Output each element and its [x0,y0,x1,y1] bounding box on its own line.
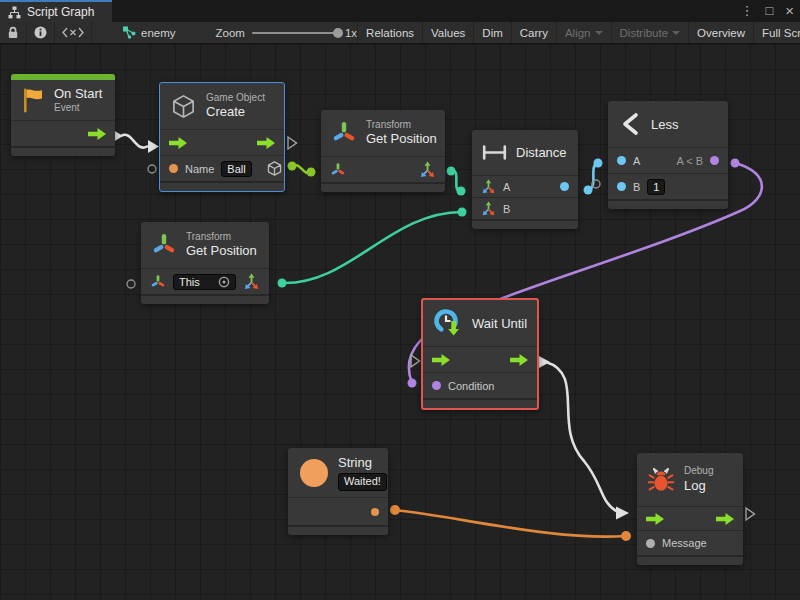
wire-flow-waituntil-log[interactable] [538,356,629,520]
window-close-icon[interactable]: × [785,0,794,22]
node-category: Game Object [206,92,265,105]
node-title: String [338,455,387,471]
float-port-dot[interactable] [617,182,626,191]
wire-getposition-distance-b[interactable] [278,208,467,288]
flow-in-icon[interactable] [432,354,450,366]
float-output-dot[interactable] [560,182,569,191]
port-label: Condition [448,380,494,392]
node-subtitle: Event [54,102,102,115]
transform-icon [331,120,357,146]
node-category: Transform [366,119,437,132]
info-icon [34,26,47,39]
lock-icon [7,26,19,39]
flow-out-icon[interactable] [257,137,275,149]
node-title: Get Position [366,131,437,147]
zoom-slider[interactable] [252,32,338,34]
name-value-field[interactable]: Ball [221,161,251,177]
node-wait-until[interactable]: Wait Until Condition [421,298,539,410]
bug-icon [647,465,675,495]
string-port-dot[interactable] [169,164,178,173]
node-debug-log[interactable]: Debug Log Message [637,453,743,565]
string-value-field[interactable]: Waited! [338,473,387,491]
transform-port-icon[interactable] [150,274,166,290]
node-category: Debug [684,465,713,478]
lock-button[interactable] [0,22,27,43]
transform-port-icon[interactable] [330,162,346,178]
unconnected-flow-log-out [746,508,755,520]
carry-button[interactable]: Carry [511,22,556,43]
flow-out-icon[interactable] [88,128,106,140]
dim-button[interactable]: Dim [473,22,510,43]
inspect-button[interactable] [27,22,55,43]
node-on-start[interactable]: On Start Event [11,74,115,156]
node-create-gameobject[interactable]: Game Object Create Name Ball [159,82,285,192]
wire-getposition-distance-a[interactable] [447,167,466,196]
unconnected-flow-waituntil-in [411,355,420,367]
values-button[interactable]: Values [422,22,473,43]
zoom-label: Zoom [216,27,245,39]
node-footer [160,181,284,191]
tab-bar: Script Graph ⋮ □ × [0,0,800,22]
wire-string-log[interactable] [390,505,631,541]
node-footer [608,199,728,209]
node-less[interactable]: Less A A < B B 1 [608,101,728,209]
object-picker-icon[interactable] [218,276,230,288]
bool-output-dot[interactable] [710,156,719,165]
window-menu-icon[interactable]: ⋮ [740,0,753,22]
node-footer [321,182,445,192]
flow-in-icon[interactable] [169,137,187,149]
port-label: A [633,155,640,167]
graph-breadcrumb[interactable]: enemy [116,22,182,43]
zoom-slider-handle[interactable] [333,28,343,38]
vector3-port-icon[interactable] [243,273,260,290]
string-output-dot[interactable] [371,508,379,516]
node-title: Less [651,117,678,132]
unconnected-flow-create-out [288,137,297,149]
node-title: Distance [516,145,567,160]
wire-distance-less[interactable] [584,159,603,195]
vector3-port-icon[interactable] [481,179,496,194]
fullscreen-button[interactable]: Full Screen [753,22,800,43]
port-label: A [503,181,510,193]
bool-port-dot[interactable] [432,381,441,390]
float-port-dot[interactable] [617,156,626,165]
flow-out-icon[interactable] [716,513,734,525]
vector3-port-icon[interactable] [481,201,496,216]
unconnected-indicator-this [127,280,135,288]
window-maximize-icon[interactable]: □ [765,0,773,22]
node-title: Get Position [186,243,257,259]
distance-icon [482,144,507,161]
target-field[interactable]: This [173,274,236,290]
node-get-position-bottom[interactable]: Transform Get Position This [141,222,269,304]
flow-out-icon[interactable] [510,354,528,366]
node-title: On Start [54,86,102,102]
overview-button[interactable]: Overview [688,22,753,43]
flag-icon [21,87,45,114]
align-dropdown[interactable]: Align [556,22,611,43]
wire-create-getposition[interactable] [288,162,316,177]
node-get-position-top[interactable]: Transform Get Position [321,110,445,192]
object-port-dot[interactable] [646,539,655,548]
string-icon [298,457,330,489]
vector3-port-icon[interactable] [419,161,436,178]
graph-canvas[interactable]: On Start Event Game Object [0,44,800,600]
transform-icon [151,232,177,258]
port-label: Message [662,537,707,549]
graph-toolbar: enemy Zoom 1x Relations Values Dim Carry… [0,22,800,44]
port-label: B [503,203,510,215]
tab-script-graph[interactable]: Script Graph [0,0,112,22]
relations-button[interactable]: Relations [357,22,422,43]
node-title: Wait Until [472,316,527,331]
gameobject-port-icon[interactable] [266,160,283,177]
node-distance[interactable]: Distance A [472,130,578,229]
chevron-down-icon [672,31,680,35]
edit-script-button[interactable] [55,22,92,43]
distribute-dropdown[interactable]: Distribute [611,22,689,43]
flow-in-icon[interactable] [646,513,664,525]
node-string[interactable]: String Waited! [288,448,388,535]
tab-title: Script Graph [27,5,94,19]
wire-flow-onstart-create[interactable] [113,130,159,153]
b-value-field[interactable]: 1 [647,179,665,195]
graph-name: enemy [141,27,176,39]
wait-clock-icon [433,308,463,338]
